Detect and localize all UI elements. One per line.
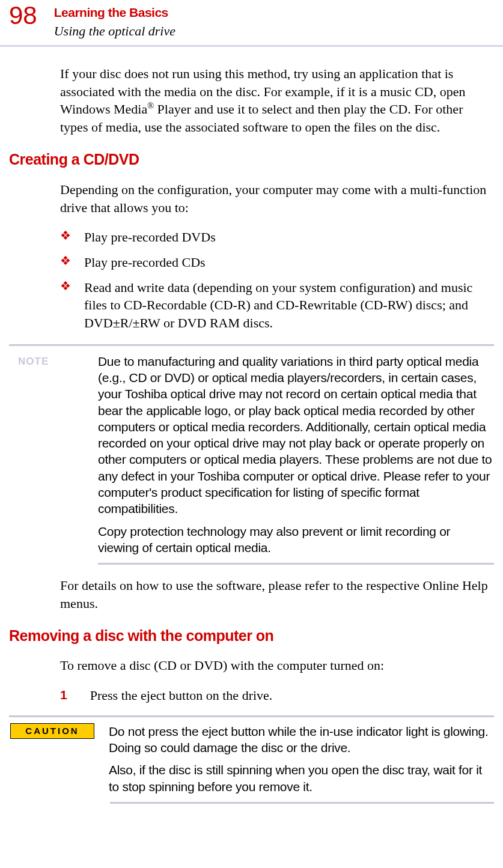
bullet-text: Play pre-recorded DVDs [84,228,494,246]
intro-paragraph: If your disc does not run using this met… [60,65,494,136]
ordered-item: 1 Press the eject button on the drive. [60,687,494,705]
note-text: Due to manufacturing and quality variati… [98,353,494,556]
heading-removing-disc: Removing a disc with the computer on [9,626,494,646]
bullet-text: Play pre-recorded CDs [84,253,494,272]
caution-text: Do not press the eject button while the … [109,723,494,795]
bullet-text: Read and write data (depending on your s… [84,279,494,332]
post-note-paragraph: For details on how to use the software, … [60,577,494,612]
caution-block: CAUTION Do not press the eject button wh… [9,715,494,804]
page-number: 98 [9,3,37,28]
step-number: 1 [60,687,67,703]
section-title: Using the optical drive [54,22,175,40]
note-label: NOTE [9,353,98,556]
divider [98,563,494,565]
caution-paragraph-2: Also, if the disc is still spinning when… [109,762,494,795]
chapter-title: Learning the Basics [54,4,175,21]
diamond-bullet-icon: ❖ [60,279,71,293]
list-item: ❖ Play pre-recorded DVDs [60,228,494,246]
list-item: ❖ Read and write data (depending on your… [60,279,494,332]
caution-badge-wrapper: CAUTION [9,723,94,795]
page-content: If your disc does not run using this met… [0,47,503,804]
caution-badge: CAUTION [10,723,94,739]
diamond-bullet-icon: ❖ [60,228,71,243]
section1-paragraph: Depending on the configuration, your com… [60,181,494,216]
ordered-list: 1 Press the eject button on the drive. [60,687,494,705]
caution-paragraph-1: Do not press the eject button while the … [109,723,494,756]
section2-paragraph: To remove a disc (CD or DVD) with the co… [60,657,494,675]
header-text: Learning the Basics Using the optical dr… [54,3,175,40]
heading-creating-cd-dvd: Creating a CD/DVD [9,150,494,170]
note-paragraph-1: Due to manufacturing and quality variati… [98,353,494,517]
step-text: Press the eject button on the drive. [90,687,273,705]
bullet-list: ❖ Play pre-recorded DVDs ❖ Play pre-reco… [60,228,494,332]
diamond-bullet-icon: ❖ [60,253,71,268]
divider [110,802,494,804]
page-header: 98 Learning the Basics Using the optical… [0,0,503,47]
note-paragraph-2: Copy protection technology may also prev… [98,523,494,556]
list-item: ❖ Play pre-recorded CDs [60,253,494,272]
note-block: NOTE Due to manufacturing and quality va… [9,344,494,565]
